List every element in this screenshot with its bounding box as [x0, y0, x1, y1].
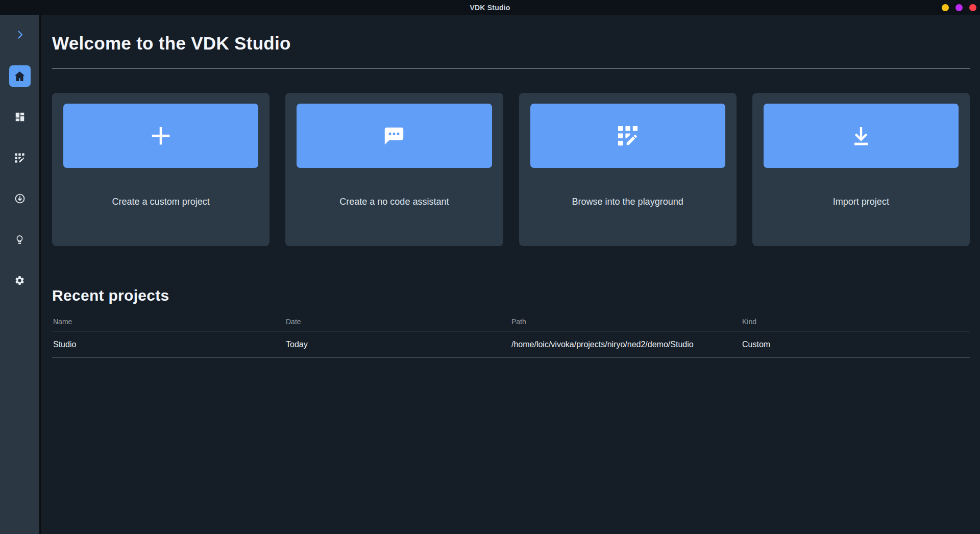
sidebar-item-dashboard[interactable]	[9, 106, 31, 128]
recent-projects-title: Recent projects	[52, 287, 970, 304]
grid-edit-icon	[14, 152, 26, 164]
sidebar-item-settings[interactable]	[9, 270, 31, 291]
column-header-path: Path	[511, 318, 742, 326]
cell-path: /home/loic/vivoka/projects/niryo/ned2/de…	[511, 340, 742, 349]
window-control-red[interactable]	[969, 4, 976, 11]
action-cards: Create a custom project Create a no code…	[52, 93, 970, 246]
cell-name: Studio	[53, 340, 286, 349]
window-control-yellow[interactable]	[942, 4, 949, 11]
dashboard-icon	[14, 111, 26, 123]
recent-projects-table: Name Date Path Kind Studio Today /home/l…	[52, 318, 970, 358]
app-body: Welcome to the VDK Studio Create a custo…	[0, 15, 980, 534]
sidebar-item-tips[interactable]	[9, 229, 31, 250]
column-header-date: Date	[286, 318, 511, 326]
download-icon	[849, 124, 873, 148]
card-label: Browse into the playground	[519, 197, 737, 207]
create-custom-project-button[interactable]	[63, 104, 258, 168]
column-header-name: Name	[53, 318, 286, 326]
browse-playground-button[interactable]	[530, 104, 725, 168]
table-header-row: Name Date Path Kind	[52, 318, 970, 331]
card-label: Create a custom project	[52, 197, 270, 207]
main-content: Welcome to the VDK Studio Create a custo…	[41, 15, 980, 534]
chevron-right-icon	[14, 29, 26, 41]
card-browse-playground[interactable]: Browse into the playground	[519, 93, 737, 246]
sidebar-item-import[interactable]	[9, 188, 31, 209]
card-label: Import project	[752, 197, 970, 207]
sidebar-expand-button[interactable]	[9, 28, 31, 41]
window-controls	[942, 0, 976, 15]
sidebar-item-playground[interactable]	[9, 147, 31, 168]
cell-kind: Custom	[742, 340, 970, 349]
grid-edit-icon	[616, 124, 640, 148]
create-no-code-assistant-button[interactable]	[297, 104, 492, 168]
card-create-no-code-assistant[interactable]: Create a no code assistant	[285, 93, 503, 246]
window-title: VDK Studio	[470, 4, 510, 12]
column-header-kind: Kind	[742, 318, 970, 326]
card-create-custom-project[interactable]: Create a custom project	[52, 93, 270, 246]
titlebar: VDK Studio	[0, 0, 980, 15]
chat-icon	[382, 124, 406, 148]
sidebar-item-home[interactable]	[9, 65, 31, 87]
window-control-purple[interactable]	[955, 4, 963, 11]
sidebar	[0, 15, 41, 534]
table-row[interactable]: Studio Today /home/loic/vivoka/projects/…	[52, 331, 970, 358]
import-project-button[interactable]	[764, 104, 959, 168]
page-title: Welcome to the VDK Studio	[52, 33, 970, 54]
card-label: Create a no code assistant	[285, 197, 503, 207]
lightbulb-icon	[14, 234, 26, 246]
home-icon	[13, 70, 26, 83]
card-import-project[interactable]: Import project	[752, 93, 970, 246]
heading-divider	[52, 68, 970, 69]
gear-icon	[14, 275, 25, 286]
plus-icon	[148, 123, 174, 149]
cell-date: Today	[286, 340, 511, 349]
arrow-circle-down-icon	[14, 192, 26, 205]
